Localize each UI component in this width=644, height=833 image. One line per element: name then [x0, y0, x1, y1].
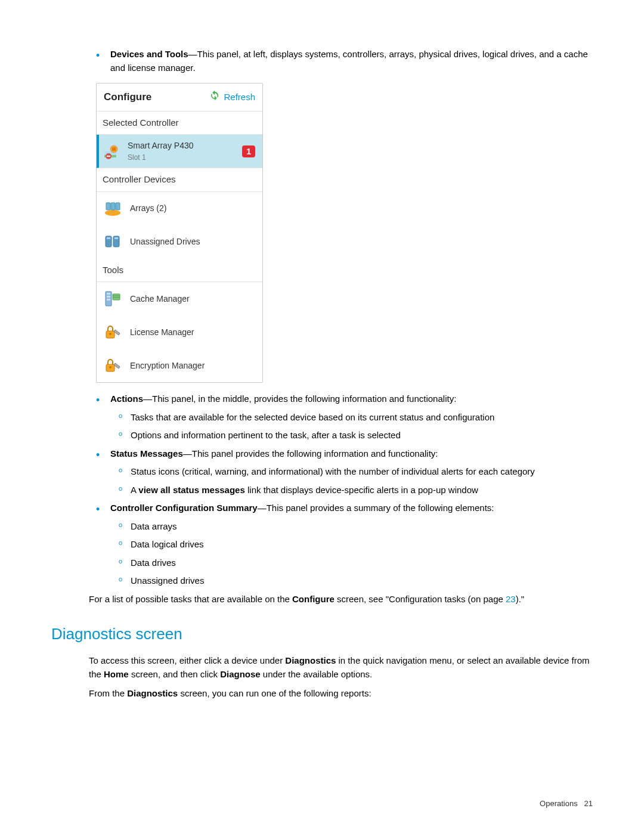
sub-bullet: A view all status messages link that dis…	[119, 484, 593, 497]
svg-rect-3	[112, 147, 116, 151]
sub-bullet: Unassigned drives	[119, 574, 593, 588]
sub-bullet: Status icons (critical, warning, and inf…	[119, 465, 593, 479]
device-item-unassigned[interactable]: Unassigned Drives	[97, 225, 262, 259]
svg-rect-16	[107, 296, 110, 298]
controller-text: Smart Array P430 Slot 1	[128, 140, 242, 163]
tool-label: Cache Manager	[130, 293, 190, 305]
sub-bullet: Options and information pertinent to the…	[119, 429, 593, 442]
configure-panel: Configure Refresh Selected Controller	[96, 83, 263, 383]
footer-section: Operations	[540, 799, 578, 808]
controller-name: Smart Array P430	[128, 140, 242, 152]
refresh-label: Refresh	[224, 91, 255, 104]
bullet-actions: Actions—This panel, in the middle, provi…	[96, 392, 593, 442]
bold-text: Diagnostics	[285, 655, 336, 665]
svg-rect-9	[116, 203, 120, 210]
svg-rect-17	[107, 299, 110, 301]
tool-item-cache[interactable]: Cache Manager	[97, 282, 262, 315]
svg-point-6	[105, 210, 120, 216]
tool-label: License Manager	[130, 326, 194, 339]
controller-devices-text: Controller Devices	[103, 174, 176, 184]
drives-icon	[104, 233, 122, 251]
sub-bullet: Data drives	[119, 556, 593, 570]
bullet-text: —This panel, in the middle, provides the…	[143, 394, 456, 404]
panel-title: Configure	[104, 89, 151, 105]
sub-bullet: Data logical drives	[119, 538, 593, 552]
text: screen, and then click	[129, 669, 220, 679]
svg-point-24	[109, 366, 112, 368]
refresh-button[interactable]: Refresh	[209, 90, 255, 105]
svg-rect-15	[107, 293, 110, 295]
controller-item[interactable]: Smart Array P430 Slot 1 1	[97, 135, 262, 168]
bullet-status-messages: Status Messages—This panel provides the …	[96, 447, 593, 497]
controller-devices-label: Controller Devices	[97, 168, 262, 192]
sub-bullet: Data arrays	[119, 520, 593, 534]
sub-text: A	[131, 485, 138, 495]
selected-controller-label: Selected Controller	[97, 112, 262, 135]
bullet-heading: Controller Configuration Summary	[110, 503, 258, 513]
lock-icon	[104, 357, 122, 374]
sub-bullet: Tasks that are available for the selecte…	[119, 411, 593, 425]
controller-icon	[104, 143, 124, 160]
svg-rect-8	[111, 203, 115, 210]
tool-label: Encryption Manager	[130, 360, 205, 372]
refresh-icon	[209, 90, 220, 105]
footer-page: 21	[584, 799, 593, 808]
device-label: Arrays (2)	[130, 202, 166, 215]
page-link[interactable]: 23	[506, 594, 516, 604]
bold-text: Home	[104, 669, 129, 679]
lock-icon	[104, 323, 122, 341]
alert-badge: 1	[242, 145, 255, 157]
text: From the	[89, 688, 127, 698]
bullet-text: —This panel provides the following infor…	[183, 448, 438, 459]
text: screen, see "Configuration tasks (on pag…	[335, 594, 506, 604]
bullet-text: —This panel provides a summary of the fo…	[258, 503, 494, 513]
sub-text: link that displays device-specific alert…	[245, 485, 478, 495]
diagnostics-heading: Diagnostics screen	[51, 623, 593, 646]
svg-rect-7	[106, 203, 110, 210]
closing-paragraph: For a list of possible tasks that are av…	[89, 593, 593, 606]
bullet-heading: Status Messages	[110, 448, 183, 459]
diagnostics-p1: To access this screen, either click a de…	[89, 654, 593, 681]
device-label: Unassigned Drives	[130, 236, 200, 248]
cache-icon	[104, 290, 122, 308]
text: For a list of possible tasks that are av…	[89, 594, 292, 604]
bold-text: Diagnose	[220, 669, 261, 679]
tool-item-encryption[interactable]: Encryption Manager	[97, 349, 262, 382]
bullet-controller-config-summary: Controller Configuration Summary—This pa…	[96, 501, 593, 588]
diagnostics-p2: From the Diagnostics screen, you can run…	[89, 687, 593, 701]
svg-rect-13	[114, 237, 118, 239]
device-item-arrays[interactable]: Arrays (2)	[97, 192, 262, 225]
svg-rect-5	[107, 156, 110, 157]
text: under the available options.	[261, 669, 373, 679]
sub-bold: view all status messages	[138, 485, 244, 495]
svg-point-22	[109, 333, 112, 335]
bold-text: Configure	[292, 594, 335, 604]
text: )."	[516, 594, 525, 604]
bullet-heading: Devices and Tools	[110, 49, 188, 59]
svg-rect-18	[113, 294, 120, 300]
text: screen, you can run one of the following…	[178, 688, 371, 698]
bold-text: Diagnostics	[127, 688, 178, 698]
panel-header: Configure Refresh	[97, 83, 262, 112]
tool-item-license[interactable]: License Manager	[97, 315, 262, 349]
arrays-icon	[104, 200, 122, 218]
page-footer: Operations 21	[540, 798, 593, 810]
controller-slot: Slot 1	[128, 152, 242, 163]
svg-rect-12	[107, 237, 110, 239]
tools-label: Tools	[97, 259, 262, 283]
bullet-devices-tools: Devices and Tools—This panel, at left, d…	[96, 48, 593, 75]
text: To access this screen, either click a de…	[89, 655, 285, 665]
bullet-heading: Actions	[110, 394, 143, 404]
